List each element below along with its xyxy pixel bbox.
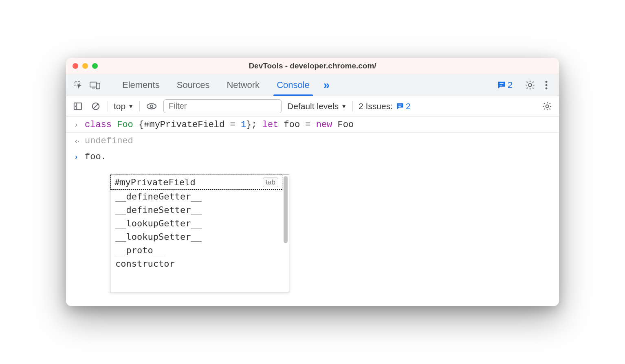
- svg-line-13: [94, 104, 98, 108]
- code-line: class Foo {#myPrivateField = 1}; let foo…: [85, 120, 354, 130]
- autocomplete-scrollbar[interactable]: [282, 175, 289, 292]
- svg-point-7: [546, 81, 548, 83]
- live-expression-icon[interactable]: [145, 100, 158, 112]
- context-selector[interactable]: top ▼: [114, 101, 134, 111]
- autocomplete-item[interactable]: __defineSetter__: [110, 203, 282, 217]
- result-value: undefined: [85, 136, 133, 146]
- svg-rect-1: [90, 82, 97, 87]
- window-title: DevTools - developer.chrome.com/: [66, 61, 559, 70]
- dropdown-icon: ▼: [341, 103, 347, 110]
- more-options-icon[interactable]: [539, 78, 553, 92]
- autocomplete-item-label: constructor: [115, 259, 175, 269]
- autocomplete-item-label: __proto__: [115, 245, 164, 255]
- autocomplete-item[interactable]: __lookupSetter__: [110, 230, 282, 243]
- levels-label: Default levels: [287, 101, 339, 111]
- clear-console-icon[interactable]: [90, 100, 102, 112]
- more-tabs-button[interactable]: »: [319, 79, 334, 92]
- autocomplete-item[interactable]: __defineGetter__: [110, 190, 282, 203]
- svg-rect-4: [500, 83, 503, 84]
- console-toolbar: top ▼ Default levels ▼ 2 Issues: 2: [66, 96, 559, 116]
- svg-rect-17: [398, 106, 401, 107]
- inspect-element-icon[interactable]: [72, 78, 86, 92]
- autocomplete-item-label: __defineSetter__: [115, 205, 202, 215]
- svg-rect-16: [398, 104, 402, 105]
- svg-point-14: [147, 103, 156, 109]
- console-settings-icon[interactable]: [541, 100, 553, 112]
- tab-sources[interactable]: Sources: [169, 74, 217, 96]
- chevron-left-icon: ‹·: [75, 136, 85, 145]
- autocomplete-item-label: #myPrivateField: [114, 177, 196, 187]
- chevron-right-icon: ›: [75, 120, 85, 129]
- svg-rect-3: [97, 83, 100, 89]
- issues-badge-count: 2: [508, 80, 513, 90]
- filter-input[interactable]: [163, 99, 282, 113]
- console-body: › class Foo {#myPrivateField = 1}; let f…: [66, 116, 559, 306]
- autocomplete-list: #myPrivateFieldtab__defineGetter____defi…: [110, 175, 282, 292]
- titlebar: DevTools - developer.chrome.com/: [66, 58, 559, 74]
- issues-count: 2: [406, 101, 411, 111]
- settings-icon[interactable]: [523, 78, 537, 92]
- tab-network[interactable]: Network: [219, 74, 267, 96]
- toggle-device-toolbar-icon[interactable]: [88, 78, 102, 92]
- context-label: top: [114, 101, 125, 111]
- svg-point-6: [528, 83, 532, 87]
- autocomplete-item[interactable]: #myPrivateFieldtab: [110, 175, 282, 190]
- svg-point-15: [150, 105, 153, 107]
- autocomplete-item[interactable]: __lookupGetter__: [110, 217, 282, 230]
- issues-link[interactable]: 2 Issues: 2: [359, 101, 411, 111]
- autocomplete-popup: #myPrivateFieldtab__defineGetter____defi…: [110, 174, 289, 292]
- tab-hint: tab: [263, 178, 278, 187]
- dropdown-icon: ▼: [128, 103, 134, 110]
- main-tabs: Elements Sources Network Console » 2: [66, 74, 559, 96]
- console-result: ‹· undefined: [66, 133, 559, 149]
- autocomplete-item-label: __lookupSetter__: [115, 232, 202, 242]
- autocomplete-item-label: __defineGetter__: [115, 191, 202, 202]
- maximize-window-button[interactable]: [92, 63, 98, 69]
- autocomplete-item-label: __lookupGetter__: [115, 218, 202, 228]
- svg-point-18: [546, 105, 549, 107]
- autocomplete-item[interactable]: constructor: [110, 257, 282, 270]
- console-input-history[interactable]: › class Foo {#myPrivateField = 1}; let f…: [66, 116, 559, 133]
- chevron-right-icon: ›: [75, 152, 85, 161]
- svg-point-9: [546, 87, 548, 89]
- issues-badge[interactable]: 2: [493, 80, 517, 90]
- tab-elements[interactable]: Elements: [115, 74, 167, 96]
- tab-console[interactable]: Console: [269, 74, 317, 96]
- console-prompt[interactable]: › foo.: [66, 149, 559, 164]
- svg-point-8: [546, 84, 548, 86]
- toggle-sidebar-icon[interactable]: [72, 100, 84, 112]
- minimize-window-button[interactable]: [82, 63, 88, 69]
- issues-label: 2 Issues:: [359, 101, 393, 111]
- autocomplete-item[interactable]: __proto__: [110, 243, 282, 257]
- devtools-window: DevTools - developer.chrome.com/ Element…: [66, 58, 559, 306]
- prompt-input-text: foo.: [85, 152, 106, 162]
- log-levels-selector[interactable]: Default levels ▼: [287, 101, 347, 111]
- svg-rect-5: [500, 85, 502, 86]
- close-window-button[interactable]: [73, 63, 78, 69]
- traffic-lights: [73, 63, 98, 69]
